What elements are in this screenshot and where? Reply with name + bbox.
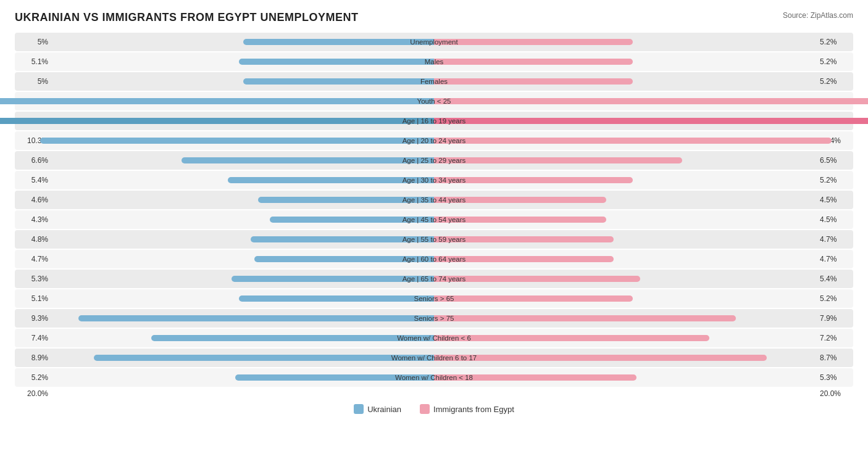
legend-label-ukrainian: Ukrainian (367, 405, 401, 414)
chart-header: UKRAINIAN VS IMMIGRANTS FROM EGYPT UNEMP… (15, 11, 853, 24)
right-value: 7.2% (816, 334, 853, 342)
bars-area: Age | 30 to 34 years (52, 176, 816, 184)
legend-box-egypt (420, 404, 430, 414)
legend-label-egypt: Immigrants from Egypt (433, 405, 514, 414)
row-label: Age | 30 to 34 years (400, 176, 469, 184)
legend-egypt: Immigrants from Egypt (420, 404, 514, 414)
left-value: 5.4% (15, 176, 52, 184)
left-value: 5.2% (15, 373, 52, 382)
chart-row: 5.2% Women w/ Children < 18 5.3% (15, 368, 853, 387)
chart-source: Source: ZipAtlas.com (783, 11, 853, 20)
chart-row: 7.4% Women w/ Children < 6 7.2% (15, 329, 853, 347)
left-value: 4.8% (15, 235, 52, 244)
right-value: 4.5% (816, 196, 853, 204)
bar-egypt (434, 355, 767, 361)
bar-row: Age | 45 to 54 years (52, 216, 816, 223)
bars-area: Age | 25 to 29 years (52, 157, 816, 164)
bar-ukrainian (243, 39, 435, 45)
legend-ukrainian: Ukrainian (354, 404, 401, 414)
right-value: 5.2% (816, 176, 853, 184)
bar-egypt (434, 157, 682, 163)
row-label: Women w/ Children 6 to 17 (389, 354, 480, 362)
row-label: Age | 65 to 74 years (400, 275, 469, 283)
row-label: Age | 60 to 64 years (400, 255, 469, 263)
bars-area: Women w/ Children < 18 (52, 374, 816, 381)
bar-row: Seniors > 75 (52, 315, 816, 322)
chart-row: 5.1% Seniors > 65 5.2% (15, 289, 853, 308)
left-value: 8.9% (15, 353, 52, 362)
bar-ukrainian (239, 295, 434, 302)
bar-row: Age | 55 to 59 years (52, 236, 816, 243)
left-value: 4.7% (15, 255, 52, 263)
chart-row: 5.1% Males 5.2% (15, 52, 853, 71)
row-label: Unemployment (407, 38, 460, 46)
chart-body: 5% Unemployment 5.2% 5.1% Males 5.2% 5% … (15, 33, 853, 387)
bars-area: Age | 55 to 59 years (52, 236, 816, 243)
left-value: 9.3% (15, 314, 52, 323)
right-value: 4.7% (816, 255, 853, 263)
right-value: 5.2% (816, 294, 853, 303)
chart-row: 5.3% Age | 65 to 74 years 5.4% (15, 270, 853, 288)
bars-area: Age | 20 to 24 years (52, 137, 816, 144)
bar-row: Women w/ Children 6 to 17 (52, 354, 816, 362)
row-label: Males (422, 58, 446, 65)
bar-egypt (434, 59, 633, 65)
bars-area: Seniors > 65 (52, 295, 816, 302)
row-label: Age | 35 to 44 years (400, 196, 469, 204)
bars-area: Age | 65 to 74 years (52, 275, 816, 283)
right-value: 8.7% (816, 353, 853, 362)
left-value: 6.6% (15, 156, 52, 165)
axis-row: 20.0% 20.0% (15, 389, 853, 398)
left-value: 4.3% (15, 215, 52, 224)
left-value: 5.1% (15, 57, 52, 66)
left-value: 5.3% (15, 275, 52, 283)
axis-left-label: 20.0% (15, 389, 52, 398)
chart-row: 5.4% Age | 30 to 34 years 5.2% (15, 171, 853, 189)
bar-row: Age | 30 to 34 years (52, 176, 816, 184)
bars-area: Age | 16 to 19 years (52, 117, 816, 125)
bar-row: Age | 16 to 19 years (52, 117, 816, 125)
bar-row: Age | 60 to 64 years (52, 255, 816, 263)
row-label: Age | 45 to 54 years (400, 216, 469, 223)
bar-egypt (434, 98, 868, 104)
left-value: 4.6% (15, 196, 52, 204)
bar-ukrainian (0, 98, 434, 104)
row-label: Seniors > 75 (412, 315, 457, 322)
bars-area: Females (52, 78, 816, 85)
chart-row: 17.5% Age | 16 to 19 years 17.3% (15, 112, 853, 130)
bar-row: Females (52, 78, 816, 85)
chart-row: 10.3% Age | 20 to 24 years 10.4% (15, 131, 853, 150)
row-label: Age | 55 to 59 years (400, 236, 469, 243)
bar-ukrainian (182, 157, 434, 163)
bar-ukrainian (94, 355, 434, 361)
right-value: 5.2% (816, 57, 853, 66)
bar-egypt (434, 39, 633, 45)
chart-row: 5% Females 5.2% (15, 72, 853, 91)
bar-ukrainian (151, 335, 434, 341)
bar-egypt (434, 315, 736, 321)
left-value: 7.4% (15, 334, 52, 342)
bar-ukrainian (78, 315, 434, 321)
right-value: 6.5% (816, 156, 853, 165)
bar-egypt (434, 118, 868, 124)
right-value: 5.3% (816, 373, 853, 382)
chart-row: 9.3% Seniors > 75 7.9% (15, 309, 853, 328)
bars-area: Women w/ Children < 6 (52, 334, 816, 342)
chart-row: 4.6% Age | 35 to 44 years 4.5% (15, 191, 853, 209)
right-value: 5.2% (816, 38, 853, 46)
legend-box-ukrainian (354, 404, 364, 414)
row-label: Females (418, 78, 450, 85)
bar-row: Seniors > 65 (52, 295, 816, 302)
bar-row: Age | 35 to 44 years (52, 196, 816, 204)
row-label: Age | 20 to 24 years (400, 137, 469, 144)
bars-area: Age | 35 to 44 years (52, 196, 816, 204)
chart-row: 6.6% Age | 25 to 29 years 6.5% (15, 151, 853, 170)
row-label: Women w/ Children < 6 (394, 334, 474, 342)
bar-egypt (434, 295, 633, 302)
left-value: 5.1% (15, 294, 52, 303)
bars-area: Unemployment (52, 38, 816, 46)
row-label: Women w/ Children < 18 (393, 374, 475, 381)
row-label: Seniors > 65 (412, 295, 457, 302)
bar-row: Women w/ Children < 18 (52, 374, 816, 381)
right-value: 4.7% (816, 235, 853, 244)
